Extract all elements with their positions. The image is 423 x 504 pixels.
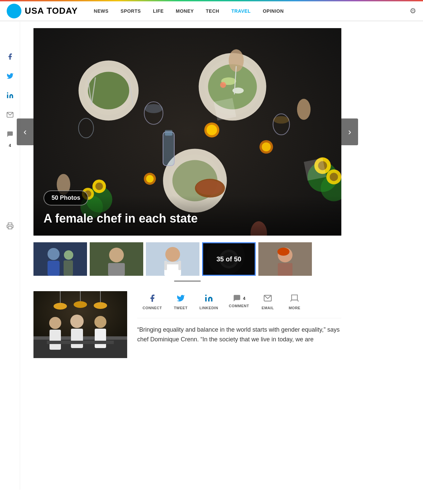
svg-point-56 (48, 248, 60, 260)
twitter-share-icon (176, 294, 185, 305)
sidebar-linkedin-button[interactable] (2, 87, 18, 104)
article-body: “Bringing equality and balance in the wo… (137, 325, 341, 344)
main-nav: NEWS SPORTS LIFE MONEY TECH TRAVEL OPINI… (88, 1, 410, 21)
thumbnail-strip: 35 of 50 (33, 242, 341, 276)
main-content: 50 Photos A female chef in each state ‹ … (20, 21, 355, 490)
sidebar-comment-count: 4 (9, 143, 11, 148)
nav-life[interactable]: LIFE (147, 1, 170, 21)
svg-point-62 (111, 250, 121, 262)
svg-marker-53 (304, 158, 326, 181)
slideshow-title: A female chef in each state (33, 208, 341, 229)
thumbnail-5[interactable] (258, 242, 312, 276)
comment-share-icon-group: 4 (233, 294, 245, 303)
svg-point-76 (277, 248, 289, 256)
social-share-bar: CONNECT TWEET LINKEDIN (137, 291, 341, 318)
svg-point-83 (74, 301, 87, 308)
svg-point-31 (146, 175, 154, 182)
svg-point-35 (95, 182, 103, 190)
svg-rect-67 (165, 262, 180, 264)
svg-point-92 (94, 316, 106, 328)
svg-rect-63 (108, 263, 125, 276)
svg-rect-24 (163, 132, 174, 166)
svg-point-90 (70, 315, 84, 328)
site-logo[interactable]: USA TODAY (7, 4, 78, 18)
svg-point-13 (220, 82, 226, 88)
svg-point-48 (297, 99, 311, 120)
svg-point-22 (273, 116, 289, 123)
thumbnail-3[interactable] (146, 242, 199, 276)
nav-money[interactable]: MONEY (170, 1, 200, 21)
share-facebook-label: CONNECT (143, 306, 162, 310)
nav-tech[interactable]: TECH (200, 1, 225, 21)
sidebar-print-button[interactable] (2, 218, 18, 234)
svg-point-18 (196, 180, 223, 195)
svg-rect-69 (178, 261, 181, 270)
linkedin-share-icon (204, 294, 213, 305)
email-share-icon (263, 294, 272, 305)
slideshow-prev-button[interactable]: ‹ (17, 118, 33, 145)
share-more-label: MORE (289, 306, 301, 310)
sidebar-twitter-button[interactable] (2, 68, 18, 84)
article-right: CONNECT TWEET LINKEDIN (137, 291, 341, 358)
thumbnail-1[interactable] (33, 242, 87, 276)
share-facebook[interactable]: CONNECT (137, 291, 167, 313)
sidebar-facebook-button[interactable] (2, 48, 18, 65)
share-comment-label: COMMENT (229, 304, 249, 308)
svg-rect-77 (278, 263, 292, 276)
article-section: CONNECT TWEET LINKEDIN (33, 291, 341, 358)
share-email-label: EMAIL (262, 306, 274, 310)
settings-icon[interactable]: ⚙ (410, 7, 416, 15)
svg-marker-52 (214, 98, 236, 120)
thumbnail-counter: 35 of 50 (203, 243, 255, 275)
svg-rect-93 (95, 329, 106, 348)
nav-opinion[interactable]: OPINION (257, 1, 290, 21)
share-email[interactable]: EMAIL (254, 291, 281, 313)
facebook-share-icon (148, 294, 157, 305)
logo-text: USA TODAY (25, 6, 78, 16)
sidebar-comment-button[interactable] (2, 126, 18, 143)
svg-point-81 (54, 303, 67, 310)
thumbnail-scrollbar[interactable] (174, 280, 201, 282)
svg-point-95 (205, 295, 206, 296)
site-header: USA TODAY NEWS SPORTS LIFE MONEY TECH TR… (0, 1, 423, 21)
svg-point-0 (7, 92, 8, 94)
page-layout: 4 (0, 21, 423, 490)
article-text: “Bringing equality and balance in the wo… (137, 325, 341, 344)
svg-rect-59 (64, 260, 73, 276)
slideshow-next-button[interactable]: › (341, 118, 358, 145)
svg-rect-57 (48, 261, 60, 276)
thumbnail-2[interactable] (90, 242, 143, 276)
svg-rect-91 (71, 329, 83, 348)
svg-rect-89 (50, 330, 61, 350)
share-comment[interactable]: 4 COMMENT (224, 291, 254, 313)
nav-sports[interactable]: SPORTS (114, 1, 147, 21)
thumbnail-4-current[interactable]: 35 of 50 (202, 242, 256, 276)
svg-point-65 (165, 247, 180, 262)
svg-point-85 (94, 302, 107, 309)
photos-badge: 50 Photos (44, 190, 88, 205)
nav-news[interactable]: NEWS (88, 1, 114, 21)
svg-rect-68 (164, 261, 167, 270)
svg-rect-2 (8, 227, 12, 229)
nav-travel[interactable]: TRAVEL (225, 1, 257, 21)
article-image (33, 291, 127, 358)
logo-circle (7, 4, 21, 18)
share-linkedin-label: LINKEDIN (199, 306, 218, 310)
comment-count-badge: 4 (243, 296, 245, 301)
svg-rect-25 (165, 130, 172, 136)
svg-point-43 (330, 173, 338, 181)
svg-rect-94 (47, 341, 114, 344)
svg-rect-55 (33, 242, 87, 276)
svg-point-20 (145, 104, 163, 113)
sidebar-email-button[interactable] (2, 106, 18, 123)
share-twitter[interactable]: TWEET (167, 291, 194, 313)
slideshow-image: 50 Photos A female chef in each state (33, 28, 341, 236)
svg-point-29 (262, 142, 271, 151)
share-twitter-label: TWEET (174, 306, 187, 310)
svg-point-88 (49, 317, 61, 329)
left-sidebar: 4 (0, 21, 20, 490)
share-more[interactable]: MORE (281, 291, 308, 313)
svg-point-27 (206, 125, 217, 135)
slideshow-container: 50 Photos A female chef in each state ‹ … (33, 28, 341, 236)
share-linkedin[interactable]: LINKEDIN (194, 291, 224, 313)
